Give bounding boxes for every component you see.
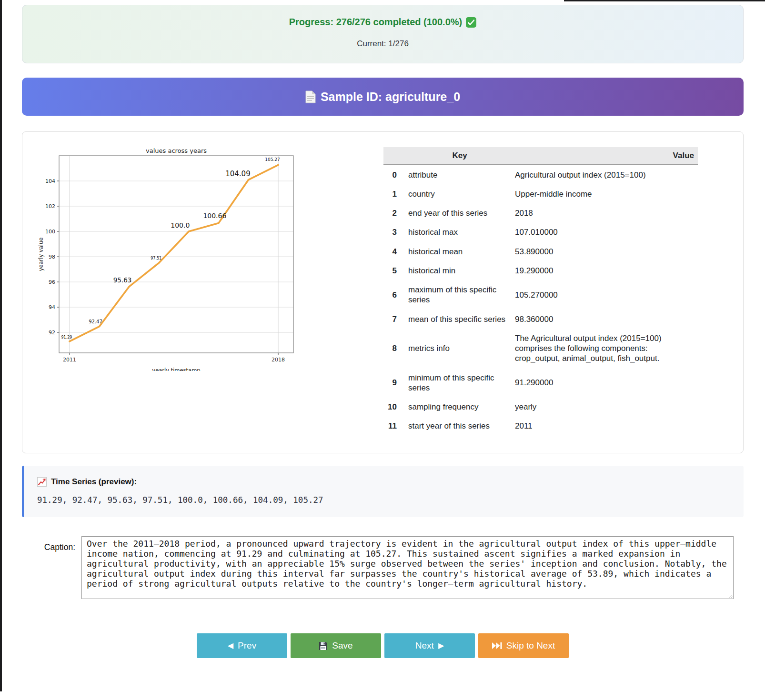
kv-table: Key Value 0attributeAgricultural output … [383,147,698,436]
table-row: 7mean of this specific series98.360000 [383,310,698,329]
right-arrow-icon: ▶ [438,642,444,650]
row-value: 2011 [515,417,698,436]
y-tick-label: 98 [49,254,55,260]
chart-figure: 929496981001021042011201891.2992.4795.63… [37,147,318,373]
point-label: 100.66 [203,212,226,220]
point-label: 91.29 [61,335,72,340]
table-row: 10sampling frequencyyearly [383,398,698,417]
caption-section: Caption: [22,536,744,599]
row-index: 3 [383,223,404,242]
row-index: 8 [383,329,404,368]
row-index: 6 [383,280,404,310]
row-value: 98.360000 [515,310,698,329]
sample-content-panel: 929496981001021042011201891.2992.4795.63… [22,131,744,453]
y-tick-label: 92 [49,330,55,336]
window-edge [564,0,765,1]
next-button[interactable]: Next ▶ [384,633,475,658]
row-key: sampling frequency [404,398,515,417]
y-tick-label: 104 [45,178,55,184]
row-value: 91.290000 [515,368,698,398]
row-key: minimum of this specific series [404,368,515,398]
row-key: country [404,184,515,203]
row-index: 2 [383,204,404,223]
kv-table-header: Key Value [383,147,698,165]
chart-title: values across years [146,147,207,154]
table-row: 2end year of this series2018 [383,204,698,223]
y-tick-label: 94 [49,304,55,310]
row-key: maximum of this specific series [404,280,515,310]
row-value: Agricultural output index (2015=100) [515,165,698,184]
y-tick-label: 96 [49,279,55,285]
progress-text: Progress: 276/276 completed (100.0%) [32,17,734,28]
row-value: 19.290000 [515,261,698,280]
row-key: start year of this series [404,417,515,436]
row-value: yearly [515,398,698,417]
row-value: 53.890000 [515,242,698,261]
save-button[interactable]: Save [291,633,381,658]
y-tick-label: 100 [45,229,55,235]
row-index: 7 [383,310,404,329]
key-column-header: Key [404,147,515,165]
y-tick-label: 102 [45,203,55,210]
row-index: 4 [383,242,404,261]
row-value: Upper-middle income [515,184,698,203]
check-icon [466,17,476,28]
progress-label: Progress: 276/276 completed (100.0%) [289,17,463,28]
row-index: 10 [383,398,404,417]
x-axis-label: yearly timestamp [152,367,200,371]
point-label: 105.27 [265,157,280,162]
row-value: 105.270000 [515,280,698,310]
row-key: mean of this specific series [404,310,515,329]
row-value: 2018 [515,204,698,223]
point-label: 100.0 [171,221,190,229]
row-key: attribute [404,165,515,184]
table-row: 9minimum of this specific series91.29000… [383,368,698,398]
table-row: 0attributeAgricultural output index (201… [383,165,698,184]
table-row: 6maximum of this specific series105.2700… [383,280,698,310]
table-row: 1countryUpper-middle income [383,184,698,203]
row-key: historical max [404,223,515,242]
row-key: end year of this series [404,204,515,223]
navigation-buttons: ◀ Prev Save Next ▶ Skip to Next [22,633,744,658]
row-value: The Agricultural output index (2015=100)… [515,329,698,368]
row-key: metrics info [404,329,515,368]
timeseries-label: Time Series (preview): [51,477,137,487]
row-key: historical min [404,261,515,280]
timeseries-values: 91.29, 92.47, 95.63, 97.51, 100.0, 100.6… [37,495,730,505]
skip-forward-icon [492,642,502,649]
sample-id-header: Sample ID: agriculture_0 [22,78,744,116]
skip-to-next-button[interactable]: Skip to Next [478,633,569,658]
row-index: 11 [383,417,404,436]
kv-table-body: 0attributeAgricultural output index (201… [383,165,698,436]
row-index: 0 [383,165,404,184]
progress-banner: Progress: 276/276 completed (100.0%) Cur… [22,5,744,63]
table-row: 11start year of this series2011 [383,417,698,436]
x-tick-label: 2018 [272,357,285,363]
point-label: 97.51 [151,256,161,260]
row-index: 9 [383,368,404,398]
point-label: 104.09 [225,170,251,178]
row-index: 5 [383,261,404,280]
left-arrow-icon: ◀ [228,642,233,650]
current-counter: Current: 1/276 [32,39,734,49]
point-label: 95.63 [113,276,132,284]
row-index: 1 [383,184,404,203]
x-tick-label: 2011 [63,357,76,363]
row-key: historical mean [404,242,515,261]
page-title: Sample ID: agriculture_0 [321,90,460,104]
caption-textarea[interactable] [81,536,734,599]
timeseries-preview-panel: Time Series (preview): 91.29, 92.47, 95.… [22,466,744,517]
chart-up-icon [37,477,47,487]
floppy-disk-icon [319,641,328,650]
y-axis-label: yearly value [38,238,44,271]
table-row: 3historical max107.010000 [383,223,698,242]
table-row: 4historical mean53.890000 [383,242,698,261]
table-row: 5historical min19.290000 [383,261,698,280]
point-label: 92.47 [89,319,102,324]
row-value: 107.010000 [515,223,698,242]
caption-label: Caption: [22,536,75,552]
prev-button[interactable]: ◀ Prev [197,633,287,658]
index-column-header [383,147,404,165]
table-row: 8metrics infoThe Agricultural output ind… [383,329,698,368]
line-chart: 929496981001021042011201891.2992.4795.63… [37,147,318,371]
